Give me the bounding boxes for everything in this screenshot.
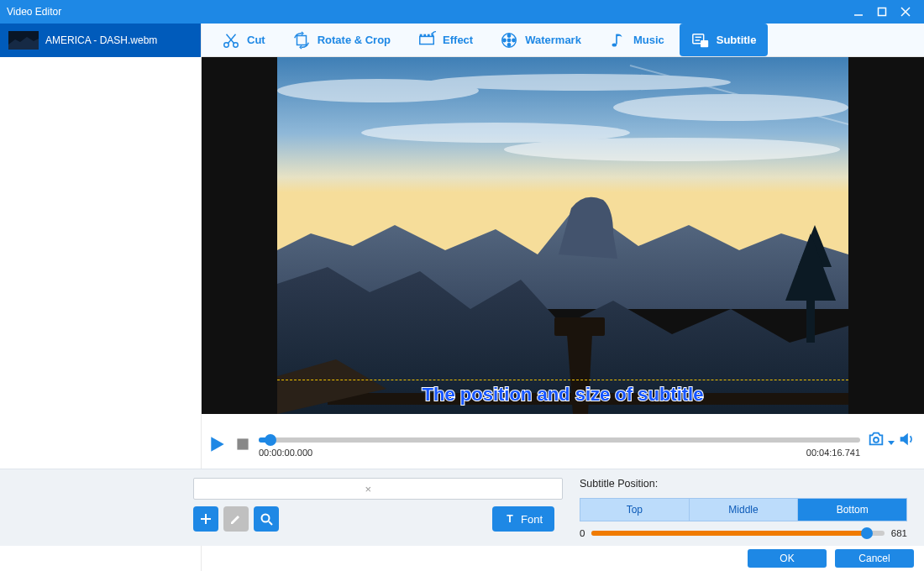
svg-point-18 (503, 39, 506, 41)
crop-rotate-icon (292, 31, 311, 50)
svg-point-40 (874, 437, 879, 442)
svg-rect-1 (879, 8, 886, 16)
svg-point-17 (508, 43, 511, 45)
clear-subtitle-icon[interactable]: × (365, 483, 371, 495)
svg-point-16 (512, 39, 515, 41)
sidebar-item-file[interactable]: AMERICA - DASH.webm (0, 24, 201, 57)
playback-bar: 00:00:00.000 00:04:16.741 (202, 414, 924, 469)
slider-max-label: 681 (891, 528, 907, 538)
segment-label: Middle (728, 504, 758, 516)
subtitle-input[interactable] (193, 478, 563, 500)
svg-point-32 (504, 138, 840, 161)
svg-rect-7 (297, 35, 306, 45)
svg-point-19 (508, 39, 511, 41)
tab-label: Music (633, 34, 664, 46)
tab-cut[interactable]: Cut (210, 24, 277, 56)
subtitle-position-label: Subtitle Position: (580, 478, 907, 490)
snapshot-dropdown-icon[interactable] (887, 435, 895, 443)
svg-rect-9 (420, 34, 423, 36)
volume-button[interactable] (897, 430, 916, 448)
music-note-icon (608, 31, 627, 50)
tab-label: Cut (247, 34, 265, 46)
subtitle-icon: T (691, 31, 710, 50)
maximize-button[interactable] (870, 0, 894, 24)
seek-thumb[interactable] (265, 434, 276, 446)
toolbar: Cut Rotate & Crop Effect Watermark Music (202, 24, 924, 57)
add-subtitle-button[interactable] (193, 506, 218, 532)
svg-point-15 (508, 34, 511, 36)
subtitle-overlay-text: The position and size of subtitle (277, 384, 848, 406)
file-thumbnail (8, 31, 39, 50)
svg-rect-39 (237, 438, 248, 449)
stop-button[interactable] (234, 435, 252, 453)
font-button[interactable]: T Font (492, 506, 554, 532)
segment-middle[interactable]: Middle (689, 499, 798, 521)
font-button-label: Font (521, 513, 543, 526)
seek-slider[interactable]: 00:00:00.000 00:04:16.741 (259, 432, 860, 456)
svg-point-44 (262, 515, 270, 522)
svg-rect-43 (201, 518, 211, 520)
tab-rotate-crop[interactable]: Rotate & Crop (281, 24, 402, 56)
ok-label: OK (780, 553, 794, 564)
filmstrip-icon (417, 31, 436, 50)
scissors-icon (222, 31, 240, 50)
close-button[interactable] (894, 0, 917, 24)
time-current: 00:00:00.000 (259, 448, 312, 458)
video-frame[interactable]: The position and size of subtitle (277, 57, 848, 414)
subtitle-position-slider[interactable] (591, 531, 884, 536)
tab-subtitle[interactable]: T Subtitle (680, 24, 769, 56)
dialog-footer: OK Cancel (0, 546, 924, 571)
svg-rect-35 (554, 317, 605, 336)
search-subtitle-button[interactable] (254, 506, 279, 532)
svg-marker-41 (888, 441, 895, 445)
svg-rect-11 (428, 34, 430, 36)
video-stage: The position and size of subtitle (202, 57, 924, 414)
svg-point-29 (428, 74, 731, 91)
svg-marker-38 (211, 437, 223, 452)
play-button[interactable] (208, 435, 227, 453)
segment-top[interactable]: Top (580, 499, 689, 521)
snapshot-button[interactable] (867, 430, 885, 448)
cancel-label: Cancel (858, 553, 890, 564)
slider-min-label: 0 (580, 528, 585, 538)
title-bar: Video Editor (0, 0, 924, 24)
subtitle-position-guide (277, 380, 848, 380)
subtitle-position-segment: Top Middle Bottom (580, 498, 907, 521)
tab-effect[interactable]: Effect (406, 24, 485, 56)
minimize-button[interactable] (847, 0, 870, 24)
cancel-button[interactable]: Cancel (835, 549, 914, 568)
file-name-label: AMERICA - DASH.webm (45, 34, 157, 46)
tab-label: Subtitle (717, 34, 757, 46)
tab-label: Watermark (525, 34, 581, 46)
tab-label: Rotate & Crop (318, 34, 391, 46)
slider-thumb[interactable] (861, 527, 873, 539)
window-title: Video Editor (7, 6, 847, 18)
segment-label: Top (627, 504, 643, 516)
svg-rect-10 (423, 34, 426, 36)
segment-label: Bottom (837, 504, 869, 516)
svg-text:T: T (702, 40, 706, 46)
svg-text:T: T (507, 513, 513, 525)
edit-subtitle-button[interactable] (223, 506, 249, 532)
segment-bottom[interactable]: Bottom (797, 499, 906, 521)
svg-line-45 (269, 521, 272, 525)
tab-music[interactable]: Music (596, 24, 676, 56)
tab-watermark[interactable]: Watermark (488, 24, 593, 56)
svg-rect-34 (806, 292, 815, 343)
ok-button[interactable]: OK (748, 549, 827, 568)
svg-point-30 (613, 94, 848, 121)
svg-point-13 (434, 31, 436, 32)
svg-rect-8 (420, 36, 434, 44)
reel-icon (500, 31, 518, 50)
time-total: 00:04:16.741 (806, 448, 860, 458)
tab-label: Effect (443, 34, 473, 46)
